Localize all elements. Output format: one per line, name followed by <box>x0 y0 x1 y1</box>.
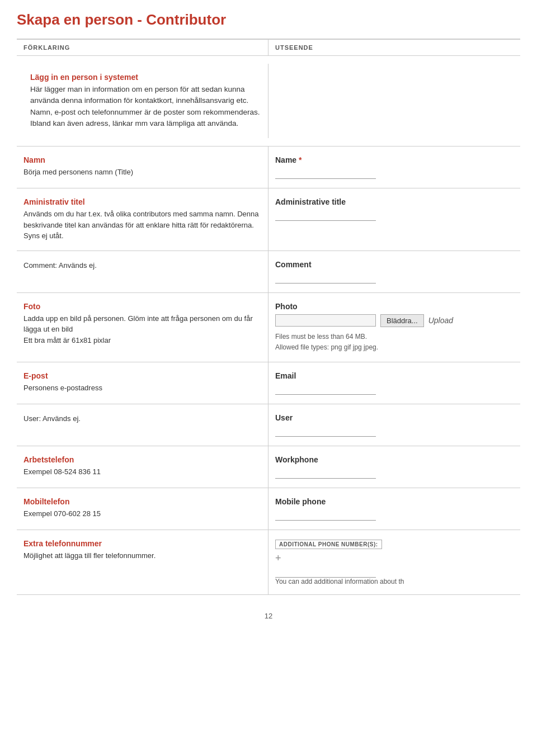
additional-phone-label: ADDITIONAL PHONE NUMBER(S): <box>275 540 382 549</box>
browse-button[interactable]: Bläddra... <box>380 314 424 327</box>
field-desc-extra-telefon: Möjlighet att lägga till fler telefonnum… <box>23 550 261 561</box>
namn-input[interactable] <box>275 168 376 179</box>
header-forklaring: Förklaring <box>17 40 268 55</box>
column-headers: Förklaring Utseende <box>17 39 520 56</box>
left-col-epost: E-postPersonens e-postadress <box>17 362 268 404</box>
fields-container: NamnBörja med personens namn (Title)Name… <box>17 147 520 595</box>
left-col-extra-telefon: Extra telefonnummerMöjlighet att lägga t… <box>17 530 268 594</box>
add-phone-button[interactable]: + <box>275 552 281 564</box>
field-desc-mobiltelefon: Exempel 070-602 28 15 <box>23 508 261 519</box>
form-row-namn: NamnBörja med personens namn (Title)Name… <box>17 147 520 188</box>
photo-file-area: Bläddra...Upload <box>275 314 514 327</box>
field-desc-user: User: Används ej. <box>23 413 261 424</box>
additional-phone-input[interactable] <box>275 566 376 578</box>
right-label-user: User <box>275 413 514 422</box>
right-label-arbetstelefon: Workphone <box>275 455 514 464</box>
page-number: 12 <box>17 612 520 620</box>
field-title-administrativ-titel: Aministrativ titel <box>23 197 261 206</box>
field-desc-comment: Comment: Används ej. <box>23 260 261 271</box>
form-row-extra-telefon: Extra telefonnummerMöjlighet att lägga t… <box>17 530 520 595</box>
form-row-arbetstelefon: ArbetstelefonExempel 08-524 836 11Workph… <box>17 446 520 488</box>
right-col-arbetstelefon: Workphone <box>268 446 520 488</box>
intro-title: Lägg in en person i systemet <box>30 73 261 82</box>
right-col-mobiltelefon: Mobile phone <box>268 488 520 530</box>
right-col-foto: PhotoBläddra...UploadFiles must be less … <box>268 293 520 362</box>
form-row-user: User: Används ej.User <box>17 404 520 446</box>
right-label-mobiltelefon: Mobile phone <box>275 497 514 506</box>
field-desc-namn: Börja med personens namn (Title) <box>23 167 261 178</box>
field-title-namn: Namn <box>23 155 261 164</box>
file-input-box[interactable] <box>275 314 376 327</box>
page-title: Skapa en person - Contributor <box>17 11 520 29</box>
right-col-epost: Email <box>268 362 520 404</box>
right-col-comment: Comment <box>268 251 520 292</box>
left-col-comment: Comment: Används ej. <box>17 251 268 292</box>
left-col-namn: NamnBörja med personens namn (Title) <box>17 147 268 188</box>
right-col-namn: Name * <box>268 147 520 188</box>
right-label-comment: Comment <box>275 260 514 269</box>
left-col-mobiltelefon: MobiltelefonExempel 070-602 28 15 <box>17 488 268 530</box>
administrativ-titel-input[interactable] <box>275 210 376 221</box>
intro-desc: Här lägger man in information om en pers… <box>30 84 261 129</box>
field-title-mobiltelefon: Mobiltelefon <box>23 497 261 506</box>
form-row-mobiltelefon: MobiltelefonExempel 070-602 28 15Mobile … <box>17 488 520 530</box>
required-star: * <box>299 155 302 164</box>
field-title-epost: E-post <box>23 371 261 380</box>
right-label-foto: Photo <box>275 302 514 311</box>
form-row-administrativ-titel: Aministrativ titelAnvänds om du har t.ex… <box>17 188 520 251</box>
add-phone-note: You can add additional information about… <box>275 578 514 585</box>
left-col-foto: FotoLadda upp en bild på personen. Glöm … <box>17 293 268 362</box>
right-label-administrativ-titel: Administrative title <box>275 197 514 206</box>
field-title-foto: Foto <box>23 302 261 311</box>
field-title-extra-telefon: Extra telefonnummer <box>23 539 261 548</box>
right-col-administrativ-titel: Administrative title <box>268 188 520 251</box>
field-desc-arbetstelefon: Exempel 08-524 836 11 <box>23 466 261 478</box>
header-utseende: Utseende <box>268 40 520 55</box>
mobiltelefon-input[interactable] <box>275 509 376 521</box>
intro-right <box>268 64 514 138</box>
form-row-foto: FotoLadda upp en bild på personen. Glöm … <box>17 293 520 362</box>
right-label-epost: Email <box>275 371 514 380</box>
intro-left: Lägg in en person i systemet Här lägger … <box>23 64 268 138</box>
field-title-arbetstelefon: Arbetstelefon <box>23 455 261 464</box>
arbetstelefon-input[interactable] <box>275 467 376 479</box>
field-desc-epost: Personens e-postadress <box>23 382 261 394</box>
left-col-administrativ-titel: Aministrativ titelAnvänds om du har t.ex… <box>17 188 268 251</box>
left-col-arbetstelefon: ArbetstelefonExempel 08-524 836 11 <box>17 446 268 488</box>
field-desc-foto: Ladda upp en bild på personen. Glöm inte… <box>23 313 261 346</box>
field-desc-administrativ-titel: Används om du har t.ex. två olika contri… <box>23 209 261 242</box>
user-input[interactable] <box>275 426 376 437</box>
file-constraints: Files must be less than 64 MB.Allowed fi… <box>275 332 514 353</box>
form-row-epost: E-postPersonens e-postadressEmail <box>17 362 520 404</box>
left-col-user: User: Används ej. <box>17 404 268 446</box>
epost-input[interactable] <box>275 384 376 395</box>
comment-input[interactable] <box>275 272 376 284</box>
form-row-comment: Comment: Används ej.Comment <box>17 251 520 293</box>
right-label-namn: Name * <box>275 155 514 164</box>
upload-button[interactable]: Upload <box>428 316 453 325</box>
intro-section: Lägg in en person i systemet Här lägger … <box>17 56 520 147</box>
right-col-extra-telefon: ADDITIONAL PHONE NUMBER(S):+You can add … <box>268 530 520 594</box>
right-col-user: User <box>268 404 520 446</box>
